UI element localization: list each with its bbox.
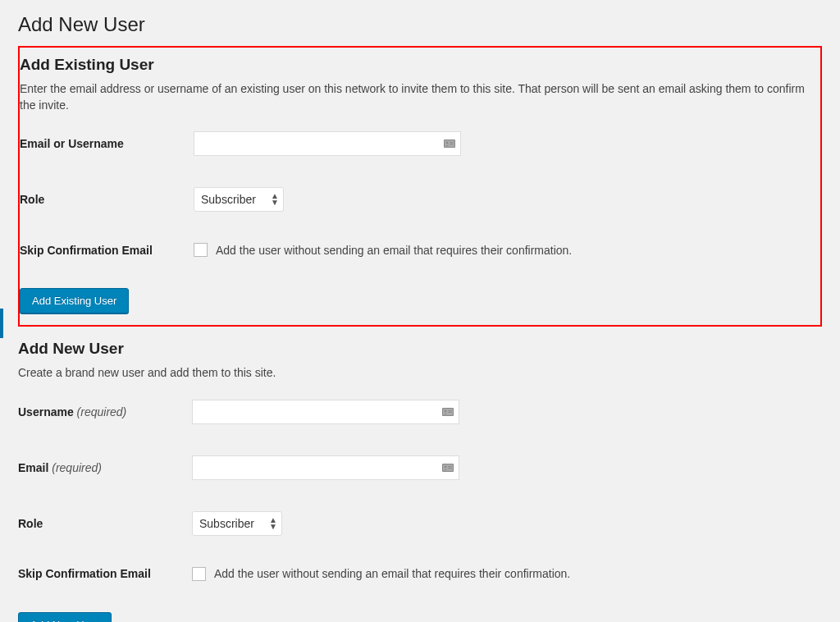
- existing-role-label: Role: [20, 193, 194, 206]
- existing-skip-label: Skip Confirmation Email: [20, 244, 194, 257]
- new-email-input[interactable]: [192, 455, 459, 480]
- existing-skip-checkbox[interactable]: [194, 243, 208, 257]
- existing-description: Enter the email address or username of a…: [20, 81, 814, 113]
- add-new-user-button[interactable]: Add New User: [18, 612, 112, 622]
- existing-skip-help: Add the user without sending an email th…: [216, 244, 572, 257]
- page-title: Add New User: [18, 13, 822, 36]
- existing-email-input[interactable]: [194, 131, 461, 156]
- sidebar-active-indicator: [0, 309, 3, 338]
- new-description: Create a brand new user and add them to …: [18, 365, 822, 382]
- new-email-label-text: Email: [18, 461, 48, 474]
- new-username-label-text: Username: [18, 405, 74, 418]
- add-existing-user-section: Add Existing User Enter the email addres…: [18, 46, 822, 327]
- new-skip-help: Add the user without sending an email th…: [214, 567, 570, 580]
- new-role-select[interactable]: Subscriber: [192, 511, 282, 536]
- new-username-required: (required): [77, 405, 127, 418]
- new-role-label: Role: [18, 517, 192, 530]
- new-username-label: Username (required): [18, 405, 192, 418]
- existing-role-select[interactable]: Subscriber: [194, 187, 284, 212]
- new-heading: Add New User: [18, 340, 822, 358]
- add-new-user-section: Add New User Create a brand new user and…: [18, 336, 822, 622]
- new-skip-label: Skip Confirmation Email: [18, 567, 192, 580]
- add-existing-user-button[interactable]: Add Existing User: [20, 288, 129, 313]
- new-username-input[interactable]: [192, 400, 459, 424]
- existing-email-label: Email or Username: [20, 137, 194, 150]
- new-email-required: (required): [52, 461, 102, 474]
- new-skip-checkbox[interactable]: [192, 567, 206, 581]
- existing-heading: Add Existing User: [20, 56, 814, 74]
- new-email-label: Email (required): [18, 461, 192, 474]
